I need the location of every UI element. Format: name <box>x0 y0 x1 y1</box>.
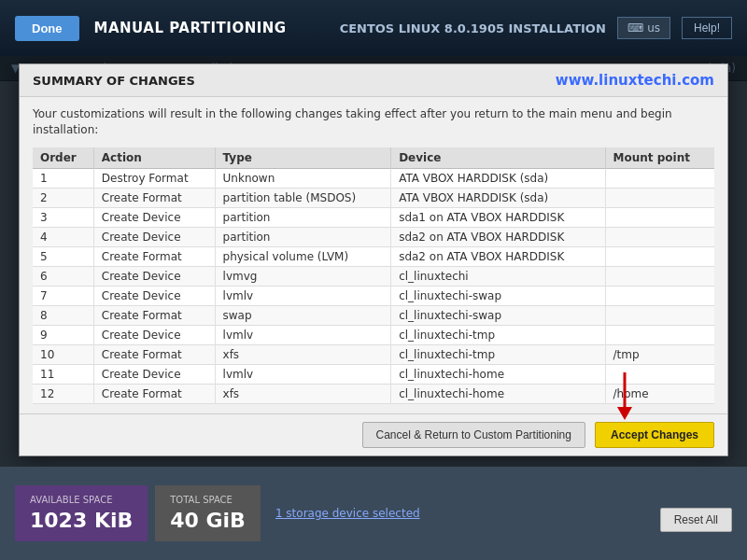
cell-mount <box>605 168 714 188</box>
cell-device: cl_linuxtechi <box>391 266 605 286</box>
available-space-value: 1023 KiB <box>30 509 133 532</box>
table-header-row: Order Action Type Device Mount point <box>33 147 714 169</box>
cell-order: 4 <box>33 227 93 246</box>
dialog-body: Your customizations will result in the f… <box>20 97 727 413</box>
table-row: 5 Create Format physical volume (LVM) sd… <box>33 246 714 266</box>
cell-order: 9 <box>33 325 93 344</box>
cell-action: Create Format <box>93 344 215 364</box>
cell-order: 8 <box>33 305 93 325</box>
cell-mount <box>605 227 714 246</box>
dialog-title: SUMMARY OF CHANGES <box>33 74 195 88</box>
cell-mount <box>605 207 714 227</box>
cell-order: 12 <box>33 384 93 403</box>
cell-type: physical volume (LVM) <box>215 246 391 266</box>
available-space-label: AVAILABLE SPACE <box>30 495 133 505</box>
centos-title: CENTOS LINUX 8.0.1905 INSTALLATION <box>340 21 606 35</box>
cell-type: lvmvg <box>215 266 391 286</box>
cell-device: ATA VBOX HARDDISK (sda) <box>391 168 605 188</box>
cell-action: Create Device <box>93 266 215 286</box>
cell-mount: /home <box>605 384 714 403</box>
cell-device: sda2 on ATA VBOX HARDDISK <box>391 227 605 246</box>
cell-action: Create Format <box>93 246 215 266</box>
total-space-label: TOTAL SPACE <box>170 495 246 505</box>
table-row: 10 Create Format xfs cl_linuxtechi-tmp /… <box>33 344 714 364</box>
table-row: 11 Create Device lvmlv cl_linuxtechi-hom… <box>33 364 714 384</box>
accept-changes-button[interactable]: Accept Changes <box>595 422 714 448</box>
cell-type: partition table (MSDOS) <box>215 188 391 207</box>
cell-order: 5 <box>33 246 93 266</box>
cell-action: Create Device <box>93 227 215 246</box>
available-space-box: AVAILABLE SPACE 1023 KiB <box>15 485 148 541</box>
cell-action: Create Format <box>93 188 215 207</box>
help-button[interactable]: Help! <box>682 17 732 39</box>
table-row: 3 Create Device partition sda1 on ATA VB… <box>33 207 714 227</box>
changes-table: Order Action Type Device Mount point 1 D… <box>33 147 714 404</box>
cell-type: lvmlv <box>215 325 391 344</box>
storage-device-link[interactable]: 1 storage device selected <box>275 507 420 520</box>
dialog-description: Your customizations will result in the f… <box>33 106 714 138</box>
cell-type: partition <box>215 207 391 227</box>
cell-mount: /tmp <box>605 344 714 364</box>
table-row: 2 Create Format partition table (MSDOS) … <box>33 188 714 207</box>
main-area: ▼ New CentOS Linux 8.0.1905 Installation… <box>0 56 747 504</box>
cell-device: cl_linuxtechi-swap <box>391 305 605 325</box>
cell-action: Create Device <box>93 286 215 305</box>
bottom-bar: AVAILABLE SPACE 1023 KiB TOTAL SPACE 40 … <box>0 467 747 560</box>
cell-mount <box>605 325 714 344</box>
cell-order: 1 <box>33 168 93 188</box>
cell-mount <box>605 286 714 305</box>
keyboard-lang: us <box>647 21 660 35</box>
cell-type: partition <box>215 227 391 246</box>
cell-order: 11 <box>33 364 93 384</box>
cell-type: lvmlv <box>215 286 391 305</box>
summary-dialog: SUMMARY OF CHANGES www.linuxtechi.com Yo… <box>19 63 728 456</box>
cell-order: 7 <box>33 286 93 305</box>
table-row: 4 Create Device partition sda2 on ATA VB… <box>33 227 714 246</box>
table-row: 9 Create Device lvmlv cl_linuxtechi-tmp <box>33 325 714 344</box>
dialog-title-bar: SUMMARY OF CHANGES www.linuxtechi.com <box>20 64 727 97</box>
col-mount: Mount point <box>605 147 714 169</box>
cell-order: 2 <box>33 188 93 207</box>
cell-device: cl_linuxtechi-home <box>391 384 605 403</box>
cell-order: 10 <box>33 344 93 364</box>
cell-type: xfs <box>215 344 391 364</box>
cell-mount <box>605 188 714 207</box>
page-title: MANUAL PARTITIONING <box>94 20 287 36</box>
done-button[interactable]: Done <box>15 16 79 41</box>
cell-device: ATA VBOX HARDDISK (sda) <box>391 188 605 207</box>
cell-type: xfs <box>215 384 391 403</box>
col-order: Order <box>33 147 93 169</box>
cell-mount <box>605 364 714 384</box>
top-header: Done MANUAL PARTITIONING CENTOS LINUX 8.… <box>0 0 747 56</box>
cell-type: lvmlv <box>215 364 391 384</box>
cell-action: Create Format <box>93 384 215 403</box>
cell-device: sda1 on ATA VBOX HARDDISK <box>391 207 605 227</box>
cell-device: cl_linuxtechi-tmp <box>391 325 605 344</box>
table-row: 1 Destroy Format Unknown ATA VBOX HARDDI… <box>33 168 714 188</box>
cell-device: cl_linuxtechi-tmp <box>391 344 605 364</box>
table-row: 12 Create Format xfs cl_linuxtechi-home … <box>33 384 714 403</box>
cell-action: Destroy Format <box>93 168 215 188</box>
cell-action: Create Device <box>93 364 215 384</box>
cell-device: cl_linuxtechi-home <box>391 364 605 384</box>
cell-action: Create Format <box>93 305 215 325</box>
cell-mount <box>605 305 714 325</box>
cell-type: Unknown <box>215 168 391 188</box>
header-left: Done MANUAL PARTITIONING <box>15 16 287 41</box>
table-row: 8 Create Format swap cl_linuxtechi-swap <box>33 305 714 325</box>
keyboard-icon: ⌨ <box>627 21 643 35</box>
cell-action: Create Device <box>93 325 215 344</box>
dialog-overlay: SUMMARY OF CHANGES www.linuxtechi.com Yo… <box>0 56 747 504</box>
col-type: Type <box>215 147 391 169</box>
table-row: 7 Create Device lvmlv cl_linuxtechi-swap <box>33 286 714 305</box>
header-right: CENTOS LINUX 8.0.1905 INSTALLATION ⌨ us … <box>340 17 732 39</box>
keyboard-indicator[interactable]: ⌨ us <box>617 17 670 39</box>
reset-all-button[interactable]: Reset All <box>660 508 732 532</box>
cell-action: Create Device <box>93 207 215 227</box>
cell-mount <box>605 246 714 266</box>
dialog-website: www.linuxtechi.com <box>556 72 714 89</box>
cell-order: 3 <box>33 207 93 227</box>
cell-device: sda2 on ATA VBOX HARDDISK <box>391 246 605 266</box>
cancel-button[interactable]: Cancel & Return to Custom Partitioning <box>362 422 585 448</box>
col-device: Device <box>391 147 605 169</box>
